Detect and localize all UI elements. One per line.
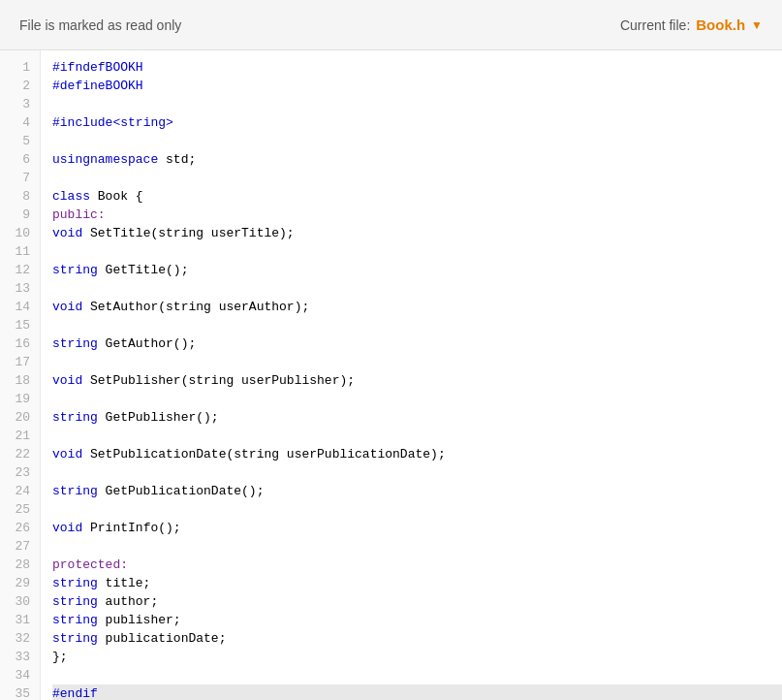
line-number: 30	[0, 592, 40, 611]
code-line: #define BOOKH	[52, 77, 782, 95]
code-line: string title;	[52, 574, 782, 592]
code-line	[52, 316, 782, 334]
line-number: 20	[0, 408, 40, 427]
code-line: string GetPublisher();	[52, 408, 782, 427]
line-number: 3	[0, 95, 40, 113]
code-line: void SetPublisher(string userPublisher);	[52, 371, 782, 390]
code-container: 1234567891011121314151617181920212223242…	[0, 50, 782, 700]
line-number: 16	[0, 334, 40, 353]
line-number: 1	[0, 58, 40, 77]
code-line: void SetAuthor(string userAuthor);	[52, 298, 782, 316]
line-number: 34	[0, 666, 40, 684]
line-number: 6	[0, 150, 40, 169]
code-line: #endif	[52, 684, 782, 700]
line-number: 28	[0, 556, 40, 574]
code-line: string GetAuthor();	[52, 334, 782, 353]
line-number: 11	[0, 242, 40, 261]
line-number: 5	[0, 132, 40, 150]
code-line	[52, 242, 782, 261]
line-number: 24	[0, 482, 40, 500]
code-line: protected:	[52, 556, 782, 574]
line-number: 17	[0, 353, 40, 371]
line-number: 15	[0, 316, 40, 334]
code-line: string publicationDate;	[52, 629, 782, 648]
line-number: 31	[0, 611, 40, 629]
line-number: 9	[0, 206, 40, 224]
file-dropdown-icon[interactable]: ▼	[751, 18, 763, 32]
line-number: 12	[0, 261, 40, 279]
code-content: #ifndef BOOKH#define BOOKH #include <str…	[41, 50, 782, 700]
line-number: 7	[0, 169, 40, 187]
code-line	[52, 279, 782, 298]
code-line: void SetPublicationDate(string userPubli…	[52, 445, 782, 463]
code-line: string GetTitle();	[52, 261, 782, 279]
code-line	[52, 390, 782, 408]
code-line: string author;	[52, 592, 782, 611]
code-line	[52, 427, 782, 445]
code-line	[52, 132, 782, 150]
code-line: };	[52, 648, 782, 666]
line-number: 8	[0, 187, 40, 206]
code-line	[52, 353, 782, 371]
line-number: 25	[0, 500, 40, 519]
code-line	[52, 463, 782, 482]
line-number: 22	[0, 445, 40, 463]
code-line: void SetTitle(string userTitle);	[52, 224, 782, 242]
code-line: class Book {	[52, 187, 782, 206]
line-number: 13	[0, 279, 40, 298]
code-line: public:	[52, 206, 782, 224]
code-line	[52, 95, 782, 113]
line-numbers: 1234567891011121314151617181920212223242…	[0, 50, 41, 700]
current-file-area: Current file: Book.h ▼	[620, 16, 763, 33]
line-number: 18	[0, 371, 40, 390]
code-line: string GetPublicationDate();	[52, 482, 782, 500]
current-file-name: Book.h	[696, 16, 745, 33]
current-file-prefix: Current file:	[620, 17, 690, 33]
line-number: 21	[0, 427, 40, 445]
code-line: #include <string>	[52, 113, 782, 132]
line-number: 19	[0, 390, 40, 408]
line-number: 29	[0, 574, 40, 592]
line-number: 27	[0, 537, 40, 556]
code-line	[52, 537, 782, 556]
line-number: 2	[0, 77, 40, 95]
code-line	[52, 666, 782, 684]
line-number: 23	[0, 463, 40, 482]
header-bar: File is marked as read only Current file…	[0, 0, 782, 50]
line-number: 32	[0, 629, 40, 648]
line-number: 33	[0, 648, 40, 666]
code-line	[52, 500, 782, 519]
code-line: void PrintInfo();	[52, 519, 782, 537]
read-only-label: File is marked as read only	[19, 17, 181, 33]
code-line: #ifndef BOOKH	[52, 58, 782, 77]
code-line: using namespace std;	[52, 150, 782, 169]
line-number: 10	[0, 224, 40, 242]
line-number: 26	[0, 519, 40, 537]
line-number: 4	[0, 113, 40, 132]
code-line: string publisher;	[52, 611, 782, 629]
line-number: 35	[0, 684, 40, 700]
code-line	[52, 169, 782, 187]
line-number: 14	[0, 298, 40, 316]
